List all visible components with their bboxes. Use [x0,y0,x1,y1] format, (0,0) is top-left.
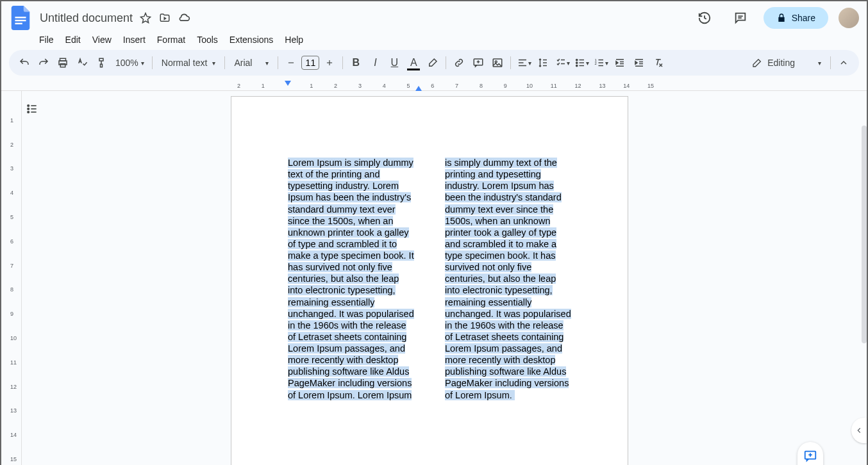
editing-mode-button[interactable]: Editing ▾ [747,54,826,72]
cloud-status-icon[interactable] [178,12,190,24]
increase-indent-button[interactable] [630,54,648,72]
svg-rect-0 [15,17,26,18]
svg-point-44 [28,108,29,110]
menu-extensions[interactable]: Extensions [225,32,278,47]
separator [446,56,446,69]
add-comment-float-button[interactable] [801,447,819,465]
toolbar: 100%▾ Normal text▾ Arial▾ B I U A ▾ ▾ ▾ … [9,50,859,76]
menu-help[interactable]: Help [280,32,308,47]
chevron-down-icon: ▾ [605,60,608,67]
svg-point-25 [576,62,578,63]
pencil-icon [752,58,762,68]
separator [278,56,278,69]
star-icon[interactable] [139,12,152,24]
menubar: File Edit View Insert Format Tools Exten… [1,32,867,50]
outline-toggle-icon[interactable] [24,101,40,117]
redo-button[interactable] [35,54,53,72]
menu-tools[interactable]: Tools [192,32,222,47]
numbered-list-button[interactable]: 12▾ [592,54,610,72]
menu-edit[interactable]: Edit [61,32,85,47]
increase-fontsize-button[interactable] [321,54,338,72]
titlebar: Untitled document Share [1,1,867,32]
highlight-button[interactable] [424,54,442,72]
move-folder-icon[interactable] [158,12,171,24]
document-page[interactable]: Lorem Ipsum is simply dummy text of the … [231,96,628,465]
chevron-down-icon: ▾ [586,60,589,67]
separator [224,56,225,69]
share-label: Share [792,13,815,23]
comments-icon[interactable] [728,5,753,31]
chevron-down-icon: ▾ [141,60,144,67]
insert-image-button[interactable] [488,54,506,72]
floating-comment-toolbar [797,442,823,465]
vertical-scrollbar[interactable] [862,74,867,446]
bullet-list-button[interactable]: ▾ [572,54,590,72]
svg-point-15 [496,61,497,63]
italic-button[interactable]: I [366,54,384,72]
chevron-down-icon: ▾ [528,60,531,67]
separator [510,56,511,69]
spellcheck-button[interactable] [73,54,91,72]
bold-button[interactable]: B [347,54,365,72]
fontsize-input[interactable] [301,56,319,70]
zoom-select[interactable]: 100%▾ [112,54,148,72]
separator [830,56,831,69]
svg-point-45 [28,111,29,113]
undo-button[interactable] [15,54,33,72]
align-button[interactable]: ▾ [515,54,533,72]
line-spacing-button[interactable] [534,54,552,72]
add-comment-button[interactable] [469,54,487,72]
underline-button[interactable]: U [385,54,403,72]
text-color-button[interactable]: A [405,54,422,72]
document-title[interactable]: Untitled document [40,12,133,25]
selected-body-text[interactable]: Lorem Ipsum is simply dummy text of the … [288,158,571,400]
font-select[interactable]: Arial▾ [229,54,274,72]
chevron-down-icon: ▾ [212,60,215,67]
svg-rect-1 [15,20,26,21]
svg-point-43 [28,105,29,107]
svg-point-24 [576,59,578,60]
chevron-down-icon: ▾ [818,60,821,67]
svg-rect-2 [15,23,22,24]
collapse-toolbar-button[interactable] [835,54,853,72]
horizontal-ruler[interactable]: 21123456789101112131415 [1,81,867,91]
menu-file[interactable]: File [35,32,58,47]
docs-logo-icon[interactable] [9,6,32,29]
clear-formatting-button[interactable] [649,54,667,72]
svg-text:2: 2 [594,61,597,65]
separator [342,56,343,69]
paragraph-style-select[interactable]: Normal text▾ [156,54,221,72]
share-button[interactable]: Share [764,7,828,29]
paint-format-button[interactable] [92,54,110,72]
lock-icon [776,13,787,23]
history-icon[interactable] [692,5,717,31]
chevron-down-icon: ▾ [567,60,570,67]
print-button[interactable] [54,54,72,72]
svg-point-26 [576,65,578,66]
separator [152,56,153,69]
menu-view[interactable]: View [88,32,116,47]
checklist-button[interactable]: ▾ [553,54,571,72]
menu-format[interactable]: Format [153,32,190,47]
user-avatar[interactable] [839,8,859,28]
decrease-fontsize-button[interactable] [282,54,300,72]
chevron-down-icon: ▾ [265,60,269,67]
decrease-indent-button[interactable] [611,54,629,72]
menu-insert[interactable]: Insert [119,32,150,47]
vertical-ruler[interactable]: 12345678910111213141516 [1,91,22,465]
insert-link-button[interactable] [450,54,468,72]
